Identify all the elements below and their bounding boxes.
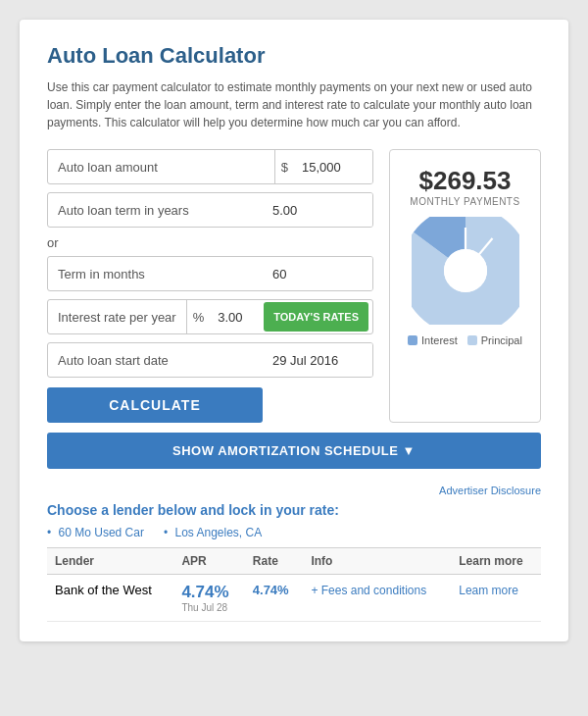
filter-item-location: • Los Angeles, CA	[164, 526, 262, 539]
principal-legend-dot	[467, 335, 477, 345]
bullet-icon-2: •	[164, 526, 168, 539]
amortization-button[interactable]: SHOW AMORTIZATION SCHEDULE ▼	[47, 433, 541, 469]
filter-row: • 60 Mo Used Car • Los Angeles, CA	[47, 526, 541, 539]
loan-amount-row: Auto loan amount $	[47, 149, 373, 184]
learn-more-link[interactable]: Leam more	[459, 584, 518, 597]
start-date-row: Auto loan start date	[47, 342, 373, 378]
loan-amount-input[interactable]	[294, 150, 372, 183]
chart-legend: Interest Principal	[408, 334, 522, 346]
bullet-icon: •	[47, 526, 51, 539]
term-months-input[interactable]	[265, 257, 372, 290]
filter-location-label: Los Angeles, CA	[174, 526, 262, 539]
table-header-row: Lender APR Rate Info Learn more	[47, 548, 541, 575]
left-column: Auto loan amount $ Auto loan term in yea…	[47, 149, 373, 423]
principal-legend: Principal	[467, 334, 522, 346]
lender-learn-more: Leam more	[451, 575, 541, 622]
lender-rate: 4.74%	[245, 575, 304, 622]
col-rate: Rate	[245, 548, 304, 575]
col-apr: APR	[173, 548, 244, 575]
loan-amount-prefix: $	[274, 150, 294, 183]
result-panel: $269.53 MONTHLY PAYMENTS Interest	[389, 149, 541, 423]
term-years-input[interactable]	[265, 193, 372, 227]
interest-legend: Interest	[408, 334, 458, 346]
term-years-row: Auto loan term in years	[47, 192, 373, 228]
col-lender: Lender	[47, 548, 173, 575]
pie-chart	[412, 217, 519, 325]
term-months-row: Term in months	[47, 256, 373, 291]
page-title: Auto Loan Calculator	[47, 43, 541, 69]
start-date-label: Auto loan start date	[48, 353, 265, 368]
lender-name-text: Bank of the West	[55, 583, 152, 597]
loan-amount-label: Auto loan amount	[48, 160, 274, 175]
interest-legend-label: Interest	[421, 334, 458, 346]
lender-info: + Fees and conditions	[303, 575, 451, 622]
fees-conditions-link[interactable]: + Fees and conditions	[311, 584, 426, 597]
col-learn-more: Learn more	[451, 548, 541, 575]
or-text: or	[47, 235, 373, 250]
description-text: Use this car payment calculator to estim…	[47, 78, 541, 131]
interest-rate-input[interactable]	[210, 300, 264, 333]
interest-rate-row: Interest rate per year % TODAY'S RATES	[47, 299, 373, 334]
monthly-amount: $269.53	[419, 166, 512, 196]
lender-apr: 4.74% Thu Jul 28	[173, 575, 244, 622]
rate-value: 4.74%	[253, 583, 289, 597]
advertiser-disclosure-link[interactable]: Advertiser Disclosure	[47, 485, 541, 496]
filter-car-label: 60 Mo Used Car	[59, 526, 144, 539]
principal-legend-label: Principal	[481, 334, 522, 346]
interest-rate-label: Interest rate per year	[48, 310, 186, 325]
lender-section: Advertiser Disclosure Choose a lender be…	[47, 485, 541, 622]
lender-table: Lender APR Rate Info Learn more Bank of …	[47, 547, 541, 622]
filter-item-car: • 60 Mo Used Car	[47, 526, 144, 539]
lender-title: Choose a lender below and lock in your r…	[47, 502, 541, 518]
calculator-card: Auto Loan Calculator Use this car paymen…	[20, 20, 568, 641]
lender-name: Bank of the West	[47, 575, 173, 622]
col-info: Info	[303, 548, 451, 575]
apr-date: Thu Jul 28	[181, 602, 236, 613]
table-row: Bank of the West 4.74% Thu Jul 28 4.74% …	[47, 575, 541, 622]
term-months-label: Term in months	[48, 267, 265, 281]
monthly-label: MONTHLY PAYMENTS	[410, 196, 519, 207]
interest-prefix: %	[186, 300, 211, 333]
calculate-button[interactable]: CALCULATE	[47, 387, 263, 423]
interest-legend-dot	[408, 335, 417, 345]
todays-rates-button[interactable]: TODAY'S RATES	[264, 302, 368, 332]
apr-value: 4.74%	[181, 583, 228, 601]
main-content: Auto loan amount $ Auto loan term in yea…	[47, 149, 541, 423]
term-years-label: Auto loan term in years	[48, 203, 265, 218]
start-date-input[interactable]	[265, 343, 372, 377]
